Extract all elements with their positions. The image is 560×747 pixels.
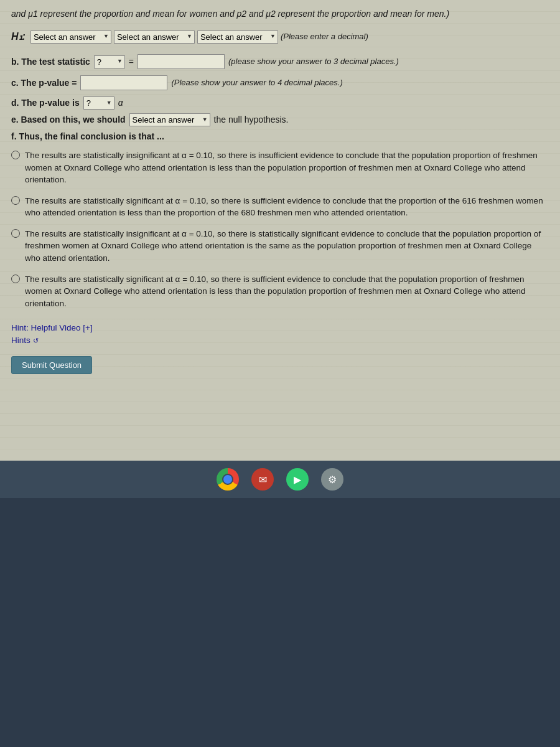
radio-option-4: The results are statistically significan… (11, 273, 549, 310)
chrome-icon[interactable] (217, 468, 239, 491)
mail-icon[interactable]: ✉ (251, 468, 274, 491)
submit-button[interactable]: Submit Question (11, 356, 92, 374)
radio-text-2: The results are statistically significan… (25, 195, 549, 219)
part-f-block: f. Thus, the final conclusion is that ..… (11, 130, 549, 309)
part-c-row: c. The p-value = (Please show your answe… (11, 75, 549, 90)
hints-label: Hints (11, 336, 30, 345)
part-e-label: e. Based on this, we should (11, 113, 126, 126)
part-b-equals: = (129, 55, 134, 68)
radio-circle-4[interactable] (11, 275, 20, 283)
h1-row: H₁: Select an answer < > ≠ = Select an a… (11, 29, 549, 44)
part-d-label: d. The p-value is (11, 96, 80, 110)
bottom-space (0, 498, 560, 747)
radio-text-4: The results are statistically significan… (25, 273, 549, 310)
part-e-row: e. Based on this, we should Select an an… (11, 113, 549, 126)
part-b-input[interactable] (138, 54, 225, 69)
helpful-video-link[interactable]: Hint: Helpful Video [+] (11, 323, 93, 332)
part-e-suffix: the null hypothesis. (214, 113, 289, 126)
radio-text-1: The results are statistically insignific… (25, 149, 549, 186)
part-e-dropdown[interactable]: Select an answer reject fail to reject a… (129, 113, 210, 126)
part-c-note: (Please show your answer to 4 decimal pl… (171, 77, 342, 89)
part-d-dropdown[interactable]: ? < > = (83, 96, 114, 110)
gear-icon[interactable]: ⚙ (321, 468, 343, 491)
part-d-alpha: α (118, 96, 123, 110)
hint-text: Hint: Helpful Video [+] (11, 323, 93, 332)
intro-paragraph: and μ1 represent the proportion and mean… (11, 9, 449, 19)
part-b-dropdown[interactable]: ? z t χ² (94, 55, 125, 68)
part-d-row: d. The p-value is ? < > = α (11, 96, 549, 110)
part-c-label: c. The p-value = (11, 77, 77, 90)
h1-dropdown3[interactable]: Select an answer < > ≠ = (197, 31, 278, 44)
h1-label: H₁: (11, 29, 26, 44)
part-f-label: f. Thus, the final conclusion is that ..… (11, 131, 164, 141)
part-b-row: b. The test statistic ? z t χ² = (please… (11, 54, 549, 69)
h1-dropdown3-wrapper: Select an answer < > ≠ = (197, 30, 278, 44)
radio-option-3: The results are statistically insignific… (11, 228, 549, 265)
radio-options: The results are statistically insignific… (11, 149, 549, 309)
radio-text-3: The results are statistically insignific… (25, 228, 549, 265)
radio-circle-3[interactable] (11, 229, 20, 238)
decimal-note: (Please enter a decimal) (281, 31, 368, 43)
hints-link[interactable]: Hints ↺ (11, 336, 39, 345)
taskbar: ✉ ▶ ⚙ (0, 461, 560, 498)
part-e-dropdown-wrapper: Select an answer reject fail to reject a… (129, 113, 210, 126)
h1-dropdown2-wrapper: Select an answer < > ≠ = (114, 30, 195, 44)
radio-option-1: The results are statistically insignific… (11, 149, 549, 186)
radio-option-2: The results are statistically significan… (11, 195, 549, 219)
hints-icon: ↺ (33, 337, 39, 344)
part-c-input[interactable] (80, 75, 167, 90)
part-d-dropdown-wrapper: ? < > = (83, 96, 114, 110)
play-icon[interactable]: ▶ (286, 468, 309, 491)
h1-dropdown1[interactable]: Select an answer < > ≠ = (30, 31, 111, 44)
radio-circle-1[interactable] (11, 151, 20, 159)
main-content: and μ1 represent the proportion and mean… (0, 0, 560, 461)
hint-section: Hint: Helpful Video [+] Hints ↺ (11, 322, 549, 347)
h1-dropdown1-wrapper: Select an answer < > ≠ = (30, 30, 111, 44)
part-b-note: (please show your answer to 3 decimal pl… (228, 55, 399, 68)
part-b-dropdown-wrapper: ? z t χ² (94, 55, 125, 68)
part-b-label: b. The test statistic (11, 55, 90, 68)
h1-dropdown2[interactable]: Select an answer < > ≠ = (114, 31, 195, 44)
radio-circle-2[interactable] (11, 196, 20, 205)
intro-text: and μ1 represent the proportion and mean… (11, 7, 549, 21)
